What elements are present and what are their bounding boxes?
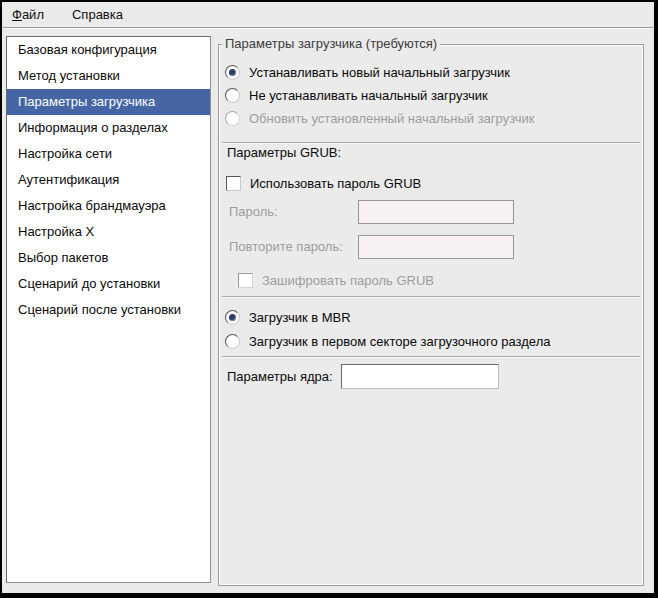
radio-icon: [225, 111, 240, 126]
radio-icon: [225, 310, 240, 325]
sidebar-item-install-method[interactable]: Метод установки: [7, 63, 210, 89]
menu-bar: Файл Справка: [2, 2, 654, 28]
sidebar-item-partitions[interactable]: Информация о разделах: [7, 115, 210, 141]
checkbox-icon: [238, 273, 253, 288]
separator: [222, 142, 640, 143]
radio-install-new-bootloader[interactable]: Устанавливать новый начальный загрузчик: [225, 61, 510, 83]
menu-help[interactable]: Справка: [70, 5, 125, 24]
grub-options-label: Параметры GRUB:: [227, 145, 341, 160]
menu-file-label: айл: [22, 7, 44, 22]
radio-no-bootloader[interactable]: Не устанавливать начальный загрузчик: [225, 84, 488, 106]
window-content: Файл Справка Базовая конфигурация Метод …: [2, 2, 654, 593]
menu-file-mnemonic: Ф: [12, 7, 22, 22]
radio-icon: [225, 334, 240, 349]
sidebar-item-xconfig[interactable]: Настройка X: [7, 219, 210, 245]
kernel-params-field[interactable]: [341, 364, 499, 389]
sidebar-item-authentication[interactable]: Аутентификация: [7, 167, 210, 193]
password-label: Пароль:: [229, 204, 278, 219]
frame-title: Параметры загрузчика (требуются): [222, 36, 440, 51]
checkbox-label: Использовать пароль GRUB: [250, 176, 421, 191]
sidebar-item-basic-config[interactable]: Базовая конфигурация: [7, 37, 210, 63]
window: Файл Справка Базовая конфигурация Метод …: [0, 0, 658, 598]
sidebar-item-bootloader[interactable]: Параметры загрузчика: [7, 89, 210, 115]
sidebar-item-pre-script[interactable]: Сценарий до установки: [7, 271, 210, 297]
confirm-password-field: [358, 235, 514, 259]
radio-icon: [225, 65, 240, 80]
radio-label: Загрузчик в первом секторе загрузочного …: [249, 334, 550, 349]
sidebar-item-packages[interactable]: Выбор пакетов: [7, 245, 210, 271]
bootloader-frame: Параметры загрузчика (требуются) Устанав…: [218, 44, 644, 586]
checkbox-icon: [226, 176, 241, 191]
radio-label: Устанавливать новый начальный загрузчик: [249, 65, 510, 80]
sidebar-item-post-script[interactable]: Сценарий после установки: [7, 297, 210, 323]
password-field: [358, 200, 514, 224]
separator: [222, 296, 640, 297]
radio-install-mbr[interactable]: Загрузчик в MBR: [225, 306, 351, 328]
radio-icon: [225, 88, 240, 103]
separator: [222, 356, 640, 357]
sidebar-item-network[interactable]: Настройка сети: [7, 141, 210, 167]
checkbox-label: Зашифровать пароль GRUB: [262, 273, 434, 288]
checkbox-use-grub-password[interactable]: Использовать пароль GRUB: [226, 172, 421, 194]
sidebar-item-firewall[interactable]: Настройка брандмауэра: [7, 193, 210, 219]
sidebar-list: Базовая конфигурация Метод установки Пар…: [6, 36, 211, 583]
radio-label: Не устанавливать начальный загрузчик: [249, 88, 488, 103]
radio-upgrade-bootloader: Обновить установленный начальный загрузч…: [225, 107, 534, 129]
menu-file[interactable]: Файл: [10, 5, 46, 24]
kernel-params-label: Параметры ядра:: [227, 369, 333, 384]
radio-label: Загрузчик в MBR: [249, 310, 351, 325]
checkbox-encrypt-grub-password: Зашифровать пароль GRUB: [238, 269, 434, 291]
radio-install-first-sector[interactable]: Загрузчик в первом секторе загрузочного …: [225, 330, 550, 352]
radio-label: Обновить установленный начальный загрузч…: [249, 111, 534, 126]
confirm-password-label: Повторите пароль:: [229, 239, 343, 254]
